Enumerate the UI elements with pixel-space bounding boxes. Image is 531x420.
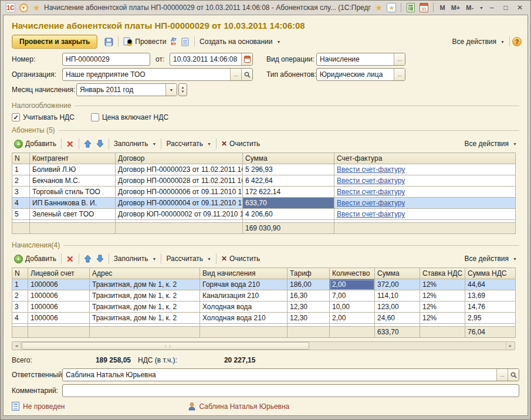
fill-button[interactable]: Заполнить▼ xyxy=(111,253,159,264)
titlebar-more-caret[interactable]: ▼ xyxy=(479,6,483,10)
cell-type[interactable]: Горячая вода 210 xyxy=(200,279,288,290)
invoice-link[interactable]: Ввести счет-фактуру xyxy=(337,199,405,207)
responsible-field[interactable]: Саблина Наталья Юрьевна ... xyxy=(62,368,519,381)
organization-field[interactable]: Наше предприятие ТОО ... xyxy=(62,68,253,81)
post-and-close-button[interactable]: Провести и закрыть xyxy=(12,35,97,49)
cell-contractor[interactable]: ИП Банникова В. И. xyxy=(30,198,116,209)
clear-button[interactable]: ✕Очистить xyxy=(219,138,262,149)
spin-down-icon[interactable]: ▼ xyxy=(181,90,185,94)
memory-m-plus-button[interactable]: M+ xyxy=(449,4,462,11)
column-header[interactable]: Лицевой счет xyxy=(28,268,90,279)
date-field[interactable]: 10.03.2011 14:06:08 xyxy=(170,53,253,66)
column-header[interactable]: Сумма xyxy=(243,153,334,164)
column-header[interactable]: Адрес xyxy=(90,268,200,279)
memory-m-minus-button[interactable]: M- xyxy=(464,4,475,11)
cell-contract[interactable]: Договор НП-00000023 от 11.02.2011 16... xyxy=(116,164,243,175)
calendar-icon[interactable]: 31 xyxy=(418,2,429,13)
cell-qty-selected[interactable]: 2,00 xyxy=(330,279,375,290)
cell-n[interactable]: 4 xyxy=(12,313,28,324)
add-row-button[interactable]: +Добавить xyxy=(12,138,59,150)
invoice-link[interactable]: Ввести счет-фактуру xyxy=(337,177,405,185)
cell-contract[interactable]: Договор ЮП-00000002 от 09.11.2010 1... xyxy=(116,209,243,220)
cell-account[interactable]: 1000006 xyxy=(28,290,90,302)
create-based-on-button[interactable]: Создать на основании▼ xyxy=(197,36,283,47)
delete-row-button[interactable]: ✕ xyxy=(64,253,76,265)
number-field[interactable]: НП-00000029 xyxy=(62,53,150,66)
cell-invoice[interactable]: Ввести счет-фактуру xyxy=(334,175,516,187)
spin-up-icon[interactable]: ▲ xyxy=(181,86,185,90)
delete-row-button[interactable]: ✕ xyxy=(64,138,76,150)
add-favorite-icon[interactable]: ★ xyxy=(373,2,384,13)
organization-search-button[interactable] xyxy=(241,69,252,80)
move-down-button[interactable] xyxy=(94,253,106,264)
open-favorites-icon[interactable]: ★ xyxy=(386,2,397,13)
cell-sum[interactable]: 6 422,64 xyxy=(243,175,334,187)
cell-sum[interactable]: 4 206,60 xyxy=(243,209,334,220)
post-button[interactable]: Провести xyxy=(121,36,168,48)
cell-address[interactable]: Транзитная, дом № 1, к. 2 xyxy=(90,302,200,313)
column-header[interactable]: Вид начисления xyxy=(200,268,288,279)
invoice-link[interactable]: Ввести счет-фактуру xyxy=(337,210,405,218)
cell-account[interactable]: 1000006 xyxy=(28,302,90,313)
cell-n[interactable]: 5 xyxy=(12,209,30,220)
dt-kt-button[interactable]: ДтКт xyxy=(168,36,179,48)
fill-button[interactable]: Заполнить▼ xyxy=(111,138,159,149)
cell-contractor[interactable]: Боливий Л.Ю xyxy=(30,164,116,175)
organization-select-button[interactable]: ... xyxy=(230,69,241,80)
cell-tariff[interactable]: 12,30 xyxy=(288,302,330,313)
move-up-button[interactable] xyxy=(82,253,94,264)
column-header[interactable]: Счет-фактура xyxy=(334,153,516,164)
cell-qty[interactable]: 2,00 xyxy=(330,313,375,324)
cell-contractor[interactable]: Зеленый свет ТОО xyxy=(30,209,116,220)
help-button[interactable]: ? xyxy=(512,37,522,46)
calculate-button[interactable]: Рассчитать▼ xyxy=(164,138,214,149)
calculate-button[interactable]: Рассчитать▼ xyxy=(164,253,214,264)
responsible-search-button[interactable] xyxy=(508,369,519,381)
price-includes-vat-checkbox[interactable]: Цена включает НДС xyxy=(91,113,168,121)
abonent-type-field[interactable]: Юридические лица ... xyxy=(316,68,405,81)
cell-n[interactable]: 2 xyxy=(12,290,28,302)
cell-contract[interactable]: Договор НП-00000004 от 09.11.2010 17... xyxy=(116,198,243,209)
cell-sum[interactable]: 123,00 xyxy=(375,302,420,313)
cell-type[interactable]: Канализация 210 xyxy=(200,290,288,302)
cell-contract[interactable]: Договор НП-00000028 от 11.02.2011 16... xyxy=(116,175,243,187)
month-field[interactable]: Январь 2011 год ▼ xyxy=(76,83,177,96)
cell-n[interactable]: 4 xyxy=(12,198,30,209)
cell-sum[interactable]: 5 296,93 xyxy=(243,164,334,175)
cell-address[interactable]: Транзитная, дом № 1, к. 2 xyxy=(90,279,200,290)
cell-account[interactable]: 1000006 xyxy=(28,313,90,324)
checkbox-icon[interactable] xyxy=(12,113,20,121)
cell-n[interactable]: 1 xyxy=(12,164,30,175)
scroll-right-icon[interactable]: ► xyxy=(506,342,515,350)
all-actions-button[interactable]: Все действия▼ xyxy=(450,36,507,47)
cell-n[interactable]: 2 xyxy=(12,175,30,187)
minimize-button[interactable]: – xyxy=(486,4,498,12)
operation-field[interactable]: Начисление ... xyxy=(316,53,405,66)
column-header[interactable]: Договор xyxy=(116,153,243,164)
cell-sum[interactable]: 172 622,14 xyxy=(243,187,334,198)
month-dropdown-button[interactable]: ▼ xyxy=(165,84,177,96)
abonents-all-actions-button[interactable]: Все действия▼ xyxy=(462,138,519,149)
cell-contract[interactable]: Договор НП-00000006 от 09.11.2010 17... xyxy=(116,187,243,198)
main-menu-button[interactable]: ▼ xyxy=(18,2,29,13)
vat-checkbox[interactable]: Учитывать НДС xyxy=(12,113,75,121)
cell-vat-rate[interactable]: 12% xyxy=(420,302,465,313)
close-button[interactable]: ✕ xyxy=(514,4,526,12)
cell-vat-rate[interactable]: 12% xyxy=(420,279,465,290)
cell-type[interactable]: Холодная вода xyxy=(200,302,288,313)
cell-invoice[interactable]: Ввести счет-фактуру xyxy=(334,164,516,175)
cell-tariff[interactable]: 16,30 xyxy=(288,290,330,302)
cell-vat-sum[interactable]: 13,69 xyxy=(465,290,516,302)
cell-account[interactable]: 1000006 xyxy=(28,279,90,290)
cell-n[interactable]: 3 xyxy=(12,302,28,313)
cell-qty[interactable]: 7,00 xyxy=(330,290,375,302)
clear-button[interactable]: ✕Очистить xyxy=(219,253,262,264)
cell-vat-rate[interactable]: 12% xyxy=(420,290,465,302)
accruals-all-actions-button[interactable]: Все действия▼ xyxy=(462,253,519,264)
cell-sum[interactable]: 114,10 xyxy=(375,290,420,302)
cell-address[interactable]: Транзитная, дом № 1, к. 2 xyxy=(90,313,200,324)
cell-contractor[interactable]: Бекчанов М.С. xyxy=(30,175,116,187)
cell-vat-sum[interactable]: 44,64 xyxy=(465,279,516,290)
invoice-link[interactable]: Ввести счет-фактуру xyxy=(337,165,405,174)
column-header[interactable]: Ставка НДС xyxy=(420,268,465,279)
